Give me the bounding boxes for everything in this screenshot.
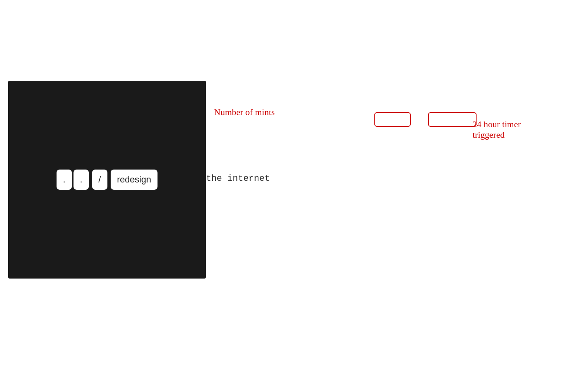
post-image: . . / redesign bbox=[8, 81, 206, 279]
logo-dots: . . bbox=[57, 170, 89, 190]
annotation-timer: 24 hour timer triggered bbox=[472, 119, 521, 140]
left-panel: . . / redesign bbox=[0, 0, 210, 373]
logo-slash: / bbox=[92, 170, 107, 190]
red-box-timer bbox=[428, 112, 477, 127]
logo-text-box: redesign bbox=[111, 170, 158, 190]
annotation-mints: Number of mints bbox=[214, 107, 275, 117]
caption-text: the internet bbox=[206, 174, 270, 184]
image-logo: . . / redesign bbox=[57, 170, 158, 190]
logo-dot-2: . bbox=[74, 170, 89, 190]
logo-dot-1: . bbox=[57, 170, 72, 190]
red-box-mints bbox=[374, 112, 411, 127]
